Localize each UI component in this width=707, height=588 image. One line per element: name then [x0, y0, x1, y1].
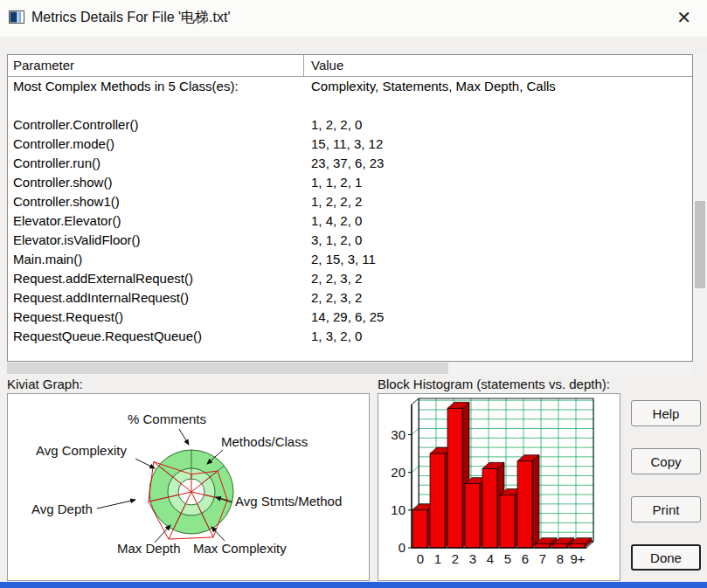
table-row[interactable]: [8, 96, 692, 115]
svg-text:Avg Stmts/Method: Avg Stmts/Method: [235, 494, 342, 508]
param-cell: Elevator.isValidFloor(): [8, 231, 304, 250]
svg-text:4: 4: [487, 551, 494, 566]
table-row[interactable]: RequestQueue.RequestQueue()1, 3, 2, 0: [8, 327, 692, 346]
help-button[interactable]: Help: [631, 400, 701, 426]
value-cell: Complexity, Statements, Max Depth, Calls: [304, 77, 692, 96]
table-row[interactable]: Elevator.isValidFloor()3, 1, 2, 0: [8, 231, 692, 250]
table-row[interactable]: Request.Request()14, 29, 6, 25: [8, 308, 692, 327]
metrics-details-window: Metrics Details For File '电梯.txt' ✕ Para…: [0, 0, 707, 588]
svg-text:1: 1: [434, 551, 441, 566]
kiviat-graph-label: Kiviat Graph:: [7, 377, 83, 391]
horizontal-scrollbar[interactable]: [7, 362, 691, 375]
svg-text:10: 10: [391, 502, 405, 517]
table-body: Most Complex Methods in 5 Class(es):Comp…: [8, 77, 692, 346]
table-row[interactable]: Controller.mode()15, 11, 3, 12: [8, 135, 692, 154]
value-cell: 1, 3, 2, 0: [304, 327, 692, 346]
param-cell: Controller.show(): [8, 173, 304, 192]
table-row[interactable]: Controller.show()1, 1, 2, 1: [8, 173, 692, 192]
value-cell: 2, 15, 3, 11: [304, 250, 692, 269]
svg-text:7: 7: [539, 551, 546, 566]
svg-text:Max Complexity: Max Complexity: [193, 541, 287, 556]
table-header: Parameter Value: [8, 55, 692, 77]
value-cell: 1, 4, 2, 0: [304, 211, 692, 231]
value-cell: 23, 37, 6, 23: [304, 154, 692, 173]
value-cell: 2, 2, 3, 2: [304, 288, 692, 308]
table-row[interactable]: Request.addExternalRequest()2, 2, 3, 2: [8, 269, 692, 288]
done-button[interactable]: Done: [631, 544, 701, 571]
vertical-scrollbar-thumb[interactable]: [695, 201, 705, 288]
param-cell: RequestQueue.RequestQueue(): [8, 327, 304, 346]
svg-text:Avg Depth: Avg Depth: [31, 502, 93, 516]
param-cell: Controller.mode(): [8, 135, 304, 154]
svg-text:3: 3: [469, 551, 476, 566]
svg-text:6: 6: [522, 551, 529, 566]
param-cell: Controller.run(): [8, 154, 304, 173]
titlebar: Metrics Details For File '电梯.txt' ✕: [0, 0, 707, 37]
copy-button[interactable]: Copy: [631, 448, 701, 474]
window-title: Metrics Details For File '电梯.txt': [31, 9, 230, 27]
table-row[interactable]: Controller.Controller()1, 2, 2, 0: [8, 115, 692, 135]
metrics-table: Parameter Value Most Complex Methods in …: [7, 54, 693, 362]
value-cell: 2, 2, 3, 2: [304, 269, 692, 288]
kiviat-svg: % CommentsMethods/ClassAvg Stmts/MethodM…: [8, 394, 367, 578]
block-histogram: 01020300123456789+: [378, 393, 620, 581]
button-column: Help Copy Print Done: [631, 400, 701, 571]
param-cell: Controller.Controller(): [8, 115, 304, 135]
param-cell: Request.addInternalRequest(): [8, 288, 304, 308]
vertical-scrollbar[interactable]: [693, 54, 707, 360]
value-cell: 3, 1, 2, 0: [304, 231, 692, 250]
table-row[interactable]: Main.main()2, 15, 3, 11: [8, 250, 692, 269]
table-row[interactable]: Elevator.Elevator()1, 4, 2, 0: [8, 211, 692, 231]
svg-text:8: 8: [557, 551, 564, 566]
param-cell: Request.Request(): [8, 308, 304, 327]
table-row[interactable]: Most Complex Methods in 5 Class(es):Comp…: [8, 77, 692, 96]
param-cell: Most Complex Methods in 5 Class(es):: [8, 77, 304, 96]
value-cell: [304, 96, 692, 115]
svg-text:5: 5: [504, 551, 511, 566]
param-cell: Elevator.Elevator(): [8, 211, 304, 231]
kiviat-graph: % CommentsMethods/ClassAvg Stmts/MethodM…: [7, 393, 370, 581]
param-cell: Controller.show1(): [8, 192, 304, 211]
value-cell: 1, 2, 2, 0: [304, 115, 692, 135]
value-cell: 1, 2, 2, 2: [304, 192, 692, 211]
taskbar-sliver: [0, 582, 707, 588]
table-row[interactable]: Controller.run()23, 37, 6, 23: [8, 154, 692, 173]
svg-text:2: 2: [452, 551, 459, 566]
svg-text:0: 0: [417, 551, 424, 566]
svg-text:9+: 9+: [570, 551, 585, 566]
svg-text:Avg Complexity: Avg Complexity: [36, 443, 127, 458]
horizontal-scrollbar-thumb[interactable]: [7, 363, 448, 374]
print-button[interactable]: Print: [631, 496, 701, 522]
svg-text:20: 20: [391, 465, 405, 480]
svg-text:Methods/Class: Methods/Class: [221, 434, 308, 449]
value-cell: 1, 1, 2, 1: [304, 173, 692, 192]
svg-text:Max Depth: Max Depth: [117, 541, 181, 556]
table-row[interactable]: Controller.show1()1, 2, 2, 2: [8, 192, 692, 211]
svg-text:% Comments: % Comments: [128, 412, 206, 426]
param-cell: Main.main(): [8, 250, 304, 269]
svg-text:30: 30: [391, 427, 405, 442]
param-cell: [8, 96, 304, 115]
histogram-svg: 01020300123456789+: [378, 394, 618, 578]
svg-text:0: 0: [399, 540, 405, 555]
value-cell: 15, 11, 3, 12: [304, 135, 692, 154]
param-cell: Request.addExternalRequest(): [8, 269, 304, 288]
close-button[interactable]: ✕: [671, 5, 697, 30]
column-header-parameter[interactable]: Parameter: [8, 55, 304, 76]
column-header-value[interactable]: Value: [304, 55, 692, 76]
value-cell: 14, 29, 6, 25: [304, 308, 692, 327]
table-row[interactable]: Request.addInternalRequest()2, 2, 3, 2: [8, 288, 692, 308]
block-histogram-label: Block Histogram (statements vs. depth):: [378, 377, 610, 391]
window-icon: [9, 10, 24, 24]
